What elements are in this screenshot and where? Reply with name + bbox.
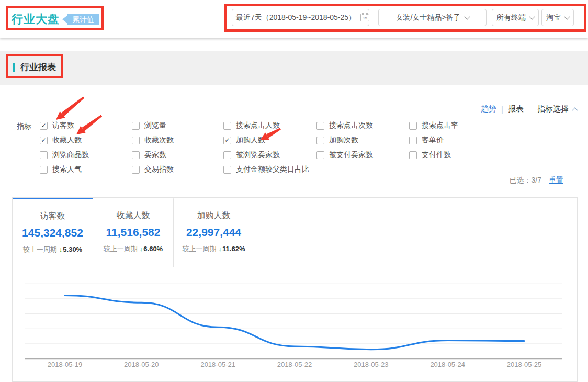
tab-compare: 较上一周期↓11.62% — [174, 244, 254, 254]
metric-checkbox-item[interactable]: 浏览商品数 — [40, 151, 89, 159]
metric-select-label: 指标选择 — [537, 104, 569, 114]
checkbox-unchecked[interactable] — [223, 166, 231, 174]
metric-checkbox-label: 被支付卖家数 — [329, 150, 373, 160]
metric-checkbox-label: 访客数 — [52, 121, 74, 130]
metric-checkbox-label: 搜索点击率 — [422, 121, 458, 130]
section-accent-bar — [13, 63, 15, 72]
down-arrow-icon: ↓ — [219, 245, 222, 253]
metric-checkbox-item[interactable]: 搜索点击率 — [409, 121, 458, 130]
checkbox-unchecked[interactable] — [223, 151, 231, 159]
metric-checkbox-item[interactable]: 支付金额较父类目占比 — [223, 165, 309, 174]
metric-checkbox-item[interactable]: 收藏次数 — [132, 136, 174, 144]
checkbox-checked[interactable]: ✓ — [40, 122, 48, 130]
metric-checkbox-item[interactable]: 搜索点击次数 — [316, 121, 373, 130]
checkbox-unchecked[interactable] — [409, 122, 417, 130]
checkbox-unchecked[interactable] — [132, 122, 140, 130]
metric-checkbox-item[interactable]: 支付件数 — [409, 151, 458, 159]
metric-checkbox-item[interactable]: 客单价 — [409, 136, 458, 144]
chevron-up-icon — [572, 107, 578, 113]
tab-title: 加购人数 — [174, 210, 254, 221]
metric-checkbox-item[interactable]: ✓访客数 — [40, 121, 89, 130]
metric-checkbox-label: 客单价 — [422, 136, 444, 145]
metric-checkbox-label: 浏览商品数 — [52, 150, 89, 160]
checkbox-unchecked[interactable] — [316, 122, 324, 130]
metric-checkbox-column: 搜索点击人数✓加购人数被浏览卖家数支付金额较父类目占比 — [223, 121, 309, 174]
metrics-label: 指标 — [17, 122, 31, 131]
checkbox-unchecked[interactable] — [409, 151, 417, 159]
metric-checkbox-item[interactable]: 被支付卖家数 — [316, 151, 373, 159]
metric-checkbox-label: 搜索人气 — [52, 165, 82, 174]
checkbox-unchecked[interactable] — [132, 151, 140, 159]
metric-checkbox-item[interactable]: 被浏览卖家数 — [223, 151, 309, 159]
metric-checkbox-item[interactable]: 搜索人气 — [40, 165, 89, 174]
metric-checkbox-item[interactable]: ✓收藏人数 — [40, 136, 89, 144]
metric-checkbox-column: 浏览量收藏次数卖家数交易指数 — [132, 121, 174, 174]
metric-tab[interactable]: 访客数145,324,852较上一周期↓5.30% — [13, 198, 93, 267]
cumulative-badge: 累计值 — [62, 14, 99, 25]
metric-checkbox-label: 收藏次数 — [144, 136, 174, 145]
checkbox-unchecked[interactable] — [223, 122, 231, 130]
metric-checkbox-label: 加购次数 — [329, 136, 358, 145]
tab-title: 收藏人数 — [93, 210, 173, 221]
terminal-dropdown[interactable]: 所有终端 — [492, 9, 539, 26]
metric-tabs: 访客数145,324,852较上一周期↓5.30%收藏人数11,516,582较… — [13, 198, 577, 267]
metric-checkbox-label: 卖家数 — [144, 150, 166, 160]
metric-checkbox-label: 浏览量 — [144, 121, 166, 130]
tab-filler — [254, 198, 577, 267]
category-label: 女装/女士精品>裤子 — [395, 13, 460, 23]
tab-title: 访客数 — [13, 211, 93, 222]
reset-link[interactable]: 重置 — [549, 176, 563, 185]
metric-checkbox-item[interactable]: 加购次数 — [316, 136, 373, 144]
platform-label: 淘宝 — [546, 13, 561, 23]
trend-link[interactable]: 趋势 — [481, 104, 496, 114]
date-range-picker[interactable]: 最近7天（2018-05-19~2018-05-25） 15 — [232, 9, 369, 26]
badge-arrow-icon — [62, 16, 67, 23]
checkbox-unchecked[interactable] — [316, 151, 324, 159]
report-panel: 访客数145,324,852较上一周期↓5.30%收藏人数11,516,582较… — [12, 197, 578, 382]
page-title: 行业大盘 — [12, 12, 60, 27]
metric-select-toggle[interactable]: 指标选择 — [537, 104, 577, 114]
category-dropdown[interactable]: 女装/女士精品>裤子 — [378, 9, 487, 26]
section-title: 行业报表 — [20, 61, 56, 73]
metric-checkbox-column: 搜索点击率客单价支付件数 — [409, 121, 458, 159]
selection-summary: 已选：3/7 重置 — [510, 176, 563, 185]
tab-value: 145,324,852 — [13, 227, 93, 239]
metric-checkbox-label: 搜索点击人数 — [236, 121, 280, 130]
checkbox-checked[interactable]: ✓ — [223, 137, 231, 144]
chevron-down-icon — [564, 14, 570, 19]
metric-tab[interactable]: 加购人数22,997,444较上一周期↓11.62% — [174, 198, 254, 267]
calendar-icon: 15 — [360, 14, 369, 21]
checkbox-unchecked[interactable] — [409, 137, 417, 144]
metric-checkbox-item[interactable]: 交易指数 — [132, 165, 174, 174]
chevron-down-icon — [464, 14, 470, 19]
annotation-arrow — [61, 97, 84, 117]
down-arrow-icon: ↓ — [140, 245, 143, 253]
metric-checkbox-item[interactable]: 搜索点击人数 — [223, 121, 309, 130]
chevron-down-icon — [529, 14, 535, 19]
report-link[interactable]: 报表 — [508, 104, 524, 114]
checkbox-unchecked[interactable] — [40, 151, 48, 159]
terminal-label: 所有终端 — [496, 13, 526, 23]
metric-checkbox-item[interactable]: ✓加购人数 — [223, 136, 309, 144]
checkbox-unchecked[interactable] — [132, 166, 140, 174]
checkbox-unchecked[interactable] — [132, 137, 140, 144]
metric-checkbox-label: 交易指数 — [144, 165, 174, 174]
checkbox-checked[interactable]: ✓ — [40, 137, 48, 144]
metric-checkbox-label: 被浏览卖家数 — [236, 150, 280, 160]
toolbar-divider: | — [501, 105, 503, 114]
tab-value: 22,997,444 — [174, 226, 254, 239]
tab-compare: 较上一周期↓5.30% — [13, 245, 93, 254]
platform-dropdown[interactable]: 淘宝 — [541, 9, 574, 26]
down-arrow-icon: ↓ — [59, 245, 63, 253]
calendar-button[interactable]: 15 — [360, 9, 369, 26]
metric-checkbox-item[interactable]: 卖家数 — [132, 151, 174, 159]
checkbox-unchecked[interactable] — [316, 137, 324, 144]
checkbox-unchecked[interactable] — [40, 166, 48, 174]
section-band — [0, 51, 588, 85]
metric-checkbox-column: ✓访客数✓收藏人数浏览商品数搜索人气 — [40, 121, 89, 174]
badge-label: 累计值 — [67, 14, 99, 25]
section-title-group: 行业报表 — [13, 61, 56, 73]
metric-tab[interactable]: 收藏人数11,516,582较上一周期↓6.60% — [93, 198, 174, 267]
metric-checkbox-item[interactable]: 浏览量 — [132, 121, 174, 130]
tab-value: 11,516,582 — [93, 226, 173, 239]
